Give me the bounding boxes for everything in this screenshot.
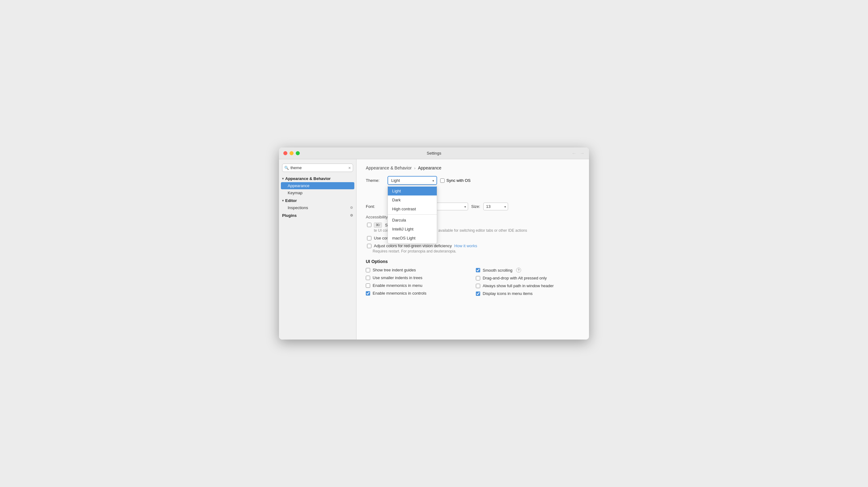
enable-mnemonics-controls-checkbox[interactable] xyxy=(366,291,370,296)
window-controls xyxy=(283,151,300,155)
ui-options-grid: Show tree indent guides Use smaller inde… xyxy=(366,268,580,299)
size-select-container: 13 xyxy=(483,203,508,210)
clear-icon[interactable]: ✕ xyxy=(348,166,351,170)
settings-icon: ⚙ xyxy=(350,206,353,210)
dropdown-item-label: Dark xyxy=(392,198,401,202)
close-button[interactable] xyxy=(283,151,287,155)
sidebar-item-keymap[interactable]: Keymap xyxy=(279,189,356,196)
smaller-indents-checkbox[interactable] xyxy=(366,276,370,280)
smooth-scrolling-label: Smooth scrolling xyxy=(483,268,513,272)
main-area: 🔍 ✕ ▾ Appearance & Behavior Appearance K… xyxy=(279,159,589,339)
window-title: Settings xyxy=(427,151,441,156)
dropdown-item-light[interactable]: Light xyxy=(388,187,437,195)
red-green-content: Adjust colors for red-green vision defic… xyxy=(374,244,477,248)
maximize-button[interactable] xyxy=(296,151,300,155)
theme-dropdown-menu: Light Dark High contrast Darcula xyxy=(388,185,437,244)
ui-options-left: Show tree indent guides Use smaller inde… xyxy=(366,268,470,299)
search-box: 🔍 ✕ xyxy=(282,164,353,172)
sidebar-group-editor[interactable]: ▾ Editor xyxy=(279,197,356,204)
enable-mnemonics-menu-label: Enable mnemonics in menu xyxy=(373,283,422,288)
tree-indent-label: Show tree indent guides xyxy=(373,268,416,272)
theme-selected-value: Light xyxy=(391,178,400,183)
red-green-row: Adjust colors for red-green vision defic… xyxy=(366,244,580,248)
navigation-buttons: ← → xyxy=(571,151,585,156)
red-green-info: Requires restart. For protanopia and deu… xyxy=(373,249,456,253)
dropdown-item-dark[interactable]: Dark xyxy=(388,195,437,204)
full-path-row: Always show full path in window header xyxy=(476,284,580,288)
display-icons-label: Display icons in menu items xyxy=(483,291,533,296)
settings-window: Settings ← → 🔍 ✕ ▾ Appearance & Behavior xyxy=(279,148,589,339)
dropdown-item-label: High contrast xyxy=(392,207,416,211)
question-icon[interactable]: ? xyxy=(516,268,521,272)
full-path-label: Always show full path in window header xyxy=(483,284,554,288)
sidebar-item-appearance[interactable]: Appearance xyxy=(281,182,354,189)
enable-mnemonics-menu-checkbox[interactable] xyxy=(366,284,370,288)
red-green-checkbox[interactable] xyxy=(367,244,371,248)
red-green-label: Adjust colors for red-green vision defic… xyxy=(374,244,452,248)
forward-arrow[interactable]: → xyxy=(580,151,585,156)
tree-indent-checkbox[interactable] xyxy=(366,268,370,272)
sidebar-editor-label: Editor xyxy=(285,198,297,203)
search-icon: 🔍 xyxy=(284,166,289,170)
font-label: Font: xyxy=(366,204,384,209)
breadcrumb-part1: Appearance & Behavior xyxy=(366,165,412,170)
titlebar: Settings ← → xyxy=(279,148,589,159)
dropdown-item-darcula[interactable]: Darcula xyxy=(388,216,437,225)
breadcrumb: Appearance & Behavior › Appearance xyxy=(366,165,580,170)
sidebar-item-plugins[interactable]: Plugins ⚙ xyxy=(279,212,356,219)
dropdown-arrow-icon: ▾ xyxy=(432,179,434,182)
dropdown-item-intellij-light[interactable]: IntelliJ Light xyxy=(388,225,437,234)
dropdown-item-label: Light xyxy=(392,189,401,193)
sidebar-section-editor: ▾ Editor Inspections ⚙ xyxy=(279,197,356,211)
drag-drop-label: Drag-and-drop with Alt pressed only xyxy=(483,276,547,280)
search-input[interactable] xyxy=(282,164,353,172)
smooth-scrolling-row: Smooth scrolling ? xyxy=(476,268,580,272)
sidebar-item-inspections[interactable]: Inspections ⚙ xyxy=(279,204,356,211)
minimize-button[interactable] xyxy=(289,151,293,155)
sync-with-os-checkbox[interactable] xyxy=(440,178,444,183)
full-path-checkbox[interactable] xyxy=(476,284,480,288)
red-green-sublabel: Requires restart. For protanopia and deu… xyxy=(366,249,580,253)
ui-options-right: Smooth scrolling ? Drag-and-drop with Al… xyxy=(476,268,580,299)
display-icons-checkbox[interactable] xyxy=(476,292,480,296)
back-arrow[interactable]: ← xyxy=(571,151,577,156)
chevron-down-icon: ▾ xyxy=(282,177,284,180)
theme-row: Theme: Light ▾ Light Dark xyxy=(366,176,580,185)
theme-label: Theme: xyxy=(366,178,384,183)
enable-mnemonics-menu-row: Enable mnemonics in menu xyxy=(366,283,470,288)
sync-row: Sync with OS xyxy=(440,178,471,183)
shortcut-badge: ⌘/ xyxy=(374,222,382,228)
chevron-down-icon: ▾ xyxy=(282,199,284,202)
red-green-section: Adjust colors for red-green vision defic… xyxy=(366,244,580,253)
smooth-scrolling-checkbox[interactable] xyxy=(476,268,480,272)
content-pane: Appearance & Behavior › Appearance Theme… xyxy=(356,159,589,339)
dropdown-item-macos-light[interactable]: macOS Light xyxy=(388,234,437,242)
sidebar-plugins-label: Plugins xyxy=(282,213,297,218)
enable-mnemonics-controls-label: Enable mnemonics in controls xyxy=(373,291,426,296)
enable-mnemonics-controls-row: Enable mnemonics in controls xyxy=(366,291,470,296)
dropdown-item-label: Darcula xyxy=(392,218,406,222)
ui-options-header: UI Options xyxy=(366,259,580,264)
drag-drop-checkbox[interactable] xyxy=(476,276,480,280)
settings-icon: ⚙ xyxy=(350,214,353,218)
sidebar-section-appearance-behavior: ▾ Appearance & Behavior Appearance Keyma… xyxy=(279,175,356,196)
dropdown-item-label: macOS Light xyxy=(392,236,415,240)
dropdown-item-high-contrast[interactable]: High contrast xyxy=(388,204,437,214)
sidebar-group-appearance-behavior[interactable]: ▾ Appearance & Behavior xyxy=(279,175,356,182)
display-icons-row: Display icons in menu items xyxy=(476,291,580,296)
breadcrumb-current: Appearance xyxy=(418,165,441,170)
size-label: Size: xyxy=(471,204,480,209)
support-screen-reader-checkbox[interactable] xyxy=(367,223,371,227)
tree-indent-row: Show tree indent guides xyxy=(366,268,470,272)
dropdown-item-label: IntelliJ Light xyxy=(392,227,413,231)
sidebar-group-label: Appearance & Behavior xyxy=(285,176,331,181)
contrast-scrollbars-checkbox[interactable] xyxy=(367,236,371,240)
drag-drop-row: Drag-and-drop with Alt pressed only xyxy=(476,276,580,280)
sidebar: 🔍 ✕ ▾ Appearance & Behavior Appearance K… xyxy=(279,159,356,339)
size-select[interactable]: 13 xyxy=(483,203,508,210)
how-it-works-link[interactable]: How it works xyxy=(454,244,477,248)
smaller-indents-row: Use smaller indents in trees xyxy=(366,275,470,280)
theme-dropdown-button[interactable]: Light ▾ xyxy=(388,176,437,185)
sidebar-section-plugins: Plugins ⚙ xyxy=(279,212,356,219)
breadcrumb-separator: › xyxy=(414,166,415,170)
